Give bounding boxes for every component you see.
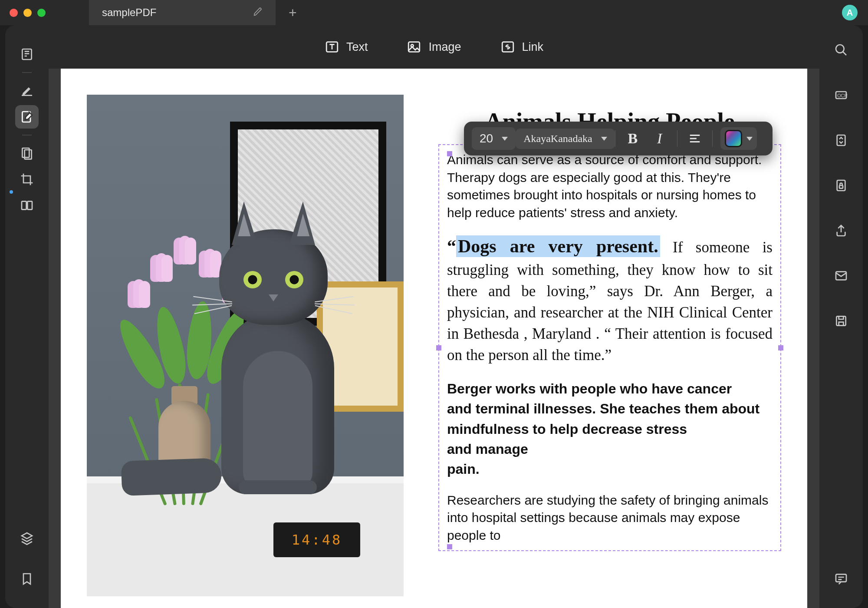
app-body: Text Image Link bbox=[5, 25, 863, 608]
font-toolbar[interactable]: 20 AkayaKanadaka B I bbox=[464, 122, 773, 155]
clock-display: 14:48 bbox=[273, 522, 360, 557]
protect-icon[interactable] bbox=[829, 174, 853, 197]
ocr-icon[interactable]: OCR bbox=[829, 83, 853, 107]
annotate-tool-icon[interactable] bbox=[15, 79, 39, 102]
insert-toolbar: Text Image Link bbox=[49, 25, 819, 69]
paragraph-intro[interactable]: Animals can serve as a source of comfort… bbox=[447, 151, 773, 221]
sidebar-divider bbox=[22, 72, 32, 73]
color-swatch-icon bbox=[725, 130, 742, 147]
text-color-button[interactable] bbox=[720, 127, 757, 150]
thumbnails-tool-icon[interactable] bbox=[15, 43, 39, 66]
svg-rect-8 bbox=[409, 42, 420, 52]
titlebar: samplePDF + A bbox=[0, 0, 868, 25]
user-avatar[interactable]: A bbox=[842, 5, 858, 20]
resize-handle-right[interactable] bbox=[778, 345, 783, 350]
font-size-value: 20 bbox=[480, 132, 493, 145]
svg-rect-1 bbox=[22, 95, 32, 96]
share-icon[interactable] bbox=[829, 219, 853, 242]
selected-text-box[interactable]: Animals can serve as a source of comfort… bbox=[438, 144, 781, 551]
tab-title: samplePDF bbox=[102, 7, 156, 19]
avatar-initial: A bbox=[847, 8, 853, 18]
insert-text-button[interactable]: Text bbox=[325, 40, 368, 54]
svg-rect-5 bbox=[22, 202, 26, 210]
insert-link-button[interactable]: Link bbox=[500, 40, 544, 54]
svg-text:OCR: OCR bbox=[837, 93, 848, 98]
cat-photo-illustration: 14:48 bbox=[87, 95, 404, 596]
compare-tool-icon[interactable] bbox=[15, 194, 39, 217]
layers-icon[interactable] bbox=[15, 526, 39, 550]
convert-icon[interactable] bbox=[829, 129, 853, 152]
resize-handle-left[interactable] bbox=[436, 345, 441, 350]
highlighted-quote[interactable]: Dogs are very present. bbox=[456, 235, 660, 257]
svg-rect-6 bbox=[27, 202, 32, 210]
insert-text-label: Text bbox=[346, 40, 368, 54]
crop-tool-icon[interactable] bbox=[15, 168, 39, 191]
svg-point-11 bbox=[836, 45, 844, 53]
svg-rect-16 bbox=[839, 185, 843, 188]
quote-paragraph[interactable]: “Dogs are very present. If someone is st… bbox=[447, 234, 773, 366]
minimize-window-button[interactable] bbox=[23, 9, 32, 17]
italic-button[interactable]: I bbox=[650, 129, 669, 148]
new-tab-button[interactable]: + bbox=[289, 5, 297, 21]
font-size-dropdown[interactable]: 20 bbox=[472, 127, 516, 150]
comments-icon[interactable] bbox=[829, 567, 853, 591]
font-family-dropdown[interactable]: AkayaKanadaka bbox=[516, 129, 615, 149]
insert-link-label: Link bbox=[522, 40, 544, 54]
window-controls bbox=[10, 9, 46, 17]
close-window-button[interactable] bbox=[10, 9, 18, 17]
search-icon[interactable] bbox=[829, 38, 853, 62]
pencil-icon[interactable] bbox=[253, 7, 263, 19]
insert-image-label: Image bbox=[428, 40, 461, 54]
paragraph-berger[interactable]: Berger works with people who have cancer… bbox=[447, 379, 773, 479]
quote-rest: If someone is struggling with something,… bbox=[447, 239, 773, 363]
save-icon[interactable] bbox=[829, 309, 853, 333]
maximize-window-button[interactable] bbox=[37, 9, 46, 17]
font-family-value: AkayaKanadaka bbox=[523, 133, 592, 145]
email-icon[interactable] bbox=[829, 264, 853, 287]
bookmark-icon[interactable] bbox=[15, 567, 39, 591]
center-area: Text Image Link bbox=[49, 25, 819, 608]
align-left-button[interactable] bbox=[685, 129, 704, 148]
bold-button[interactable]: B bbox=[623, 129, 642, 148]
edit-tool-icon[interactable] bbox=[15, 105, 39, 129]
page-image[interactable]: 14:48 bbox=[87, 95, 404, 596]
page-text-column: Animals Helping People Animals can serve… bbox=[438, 95, 781, 608]
chevron-down-icon bbox=[502, 137, 508, 141]
svg-rect-19 bbox=[836, 574, 846, 582]
svg-rect-18 bbox=[836, 316, 845, 325]
right-sidebar: OCR bbox=[819, 25, 863, 608]
organize-tool-icon[interactable] bbox=[15, 142, 39, 165]
left-sidebar bbox=[5, 25, 49, 608]
chevron-down-icon bbox=[746, 137, 753, 141]
paragraph-researchers[interactable]: Researchers are studying the safety of b… bbox=[447, 492, 773, 545]
active-tool-indicator bbox=[10, 190, 13, 194]
insert-image-button[interactable]: Image bbox=[407, 40, 461, 54]
sidebar-divider bbox=[22, 135, 32, 135]
quote-open: “ bbox=[447, 236, 456, 256]
document-tab[interactable]: samplePDF bbox=[89, 0, 276, 25]
chevron-down-icon bbox=[601, 137, 607, 141]
